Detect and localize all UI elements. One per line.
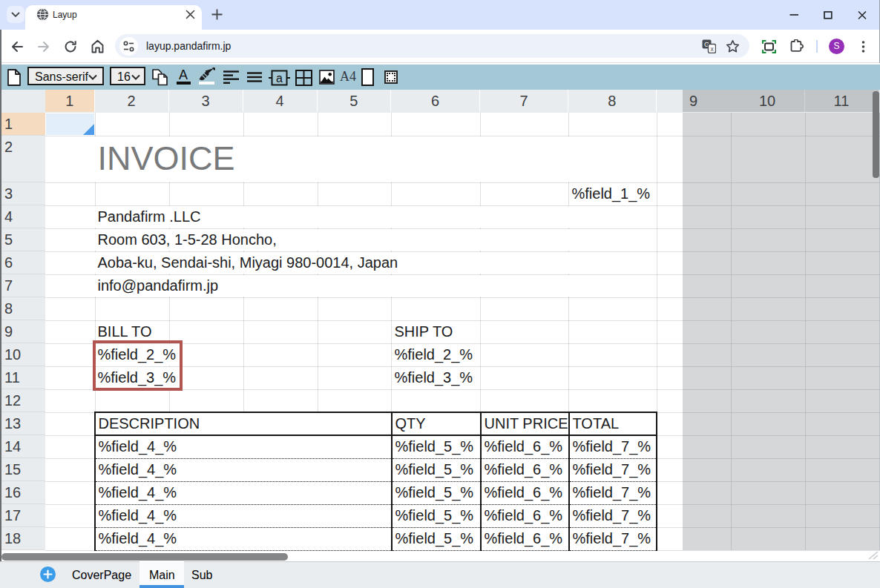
svg-text:a: a [276,72,283,85]
